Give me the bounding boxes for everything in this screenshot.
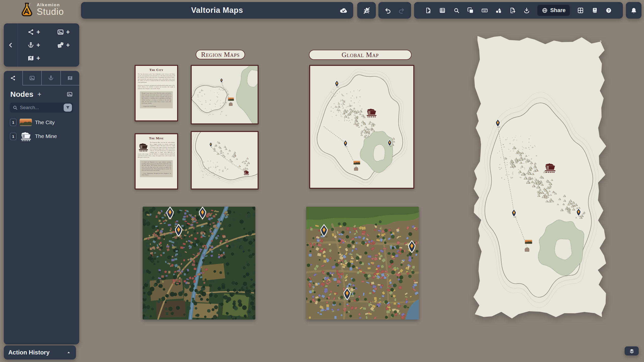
tab-share-nodes[interactable]	[4, 71, 22, 85]
map-icon	[67, 75, 73, 81]
notifications-button[interactable]	[626, 2, 641, 19]
shapes-button[interactable]	[495, 7, 502, 14]
node-count-badge: 1	[10, 132, 17, 140]
city-card-attribution: — Largreth the Good Knight	[142, 106, 171, 107]
region-map-mine[interactable]	[191, 131, 259, 190]
city-card-title: The City	[138, 68, 175, 72]
caret-up-icon	[66, 350, 71, 355]
share-label: Share	[550, 7, 566, 14]
help-icon	[605, 7, 612, 14]
city-card-paragraph: It was one of if not the most powerful a…	[138, 85, 175, 90]
duplicate-icon	[467, 7, 474, 14]
alkemion-flask-icon	[20, 2, 34, 18]
mine-card-attribution: — From "Wanderings Through the River Kin…	[142, 173, 171, 176]
app-logo[interactable]: Alkemion Studio	[20, 2, 64, 18]
plus-icon: +	[36, 29, 40, 35]
note-edit-icon	[425, 7, 432, 14]
share-nodes-icon	[10, 75, 16, 81]
palette-collapse-button[interactable]	[4, 23, 18, 67]
tab-maps[interactable]	[60, 71, 79, 85]
city-thumbnail	[20, 118, 32, 126]
map-pin[interactable]	[220, 78, 223, 83]
mine-card-title: The Mine	[138, 136, 175, 140]
node-list-item-city[interactable]: 1 The City	[4, 117, 79, 127]
download-button[interactable]	[523, 7, 530, 14]
nodes-title: Nodes	[10, 90, 33, 99]
global-map-card[interactable]	[309, 65, 414, 189]
plus-icon: +	[66, 42, 70, 48]
bell-icon	[630, 7, 637, 14]
book-button[interactable]	[591, 7, 598, 14]
chevron-left-icon	[7, 42, 14, 49]
add-share-node-button[interactable]: +	[27, 29, 40, 35]
cloud-saved-icon	[339, 6, 348, 15]
parchment-map[interactable]	[472, 35, 607, 319]
city-image-colorful-art	[306, 207, 419, 320]
brand-text: Alkemion Studio	[37, 3, 64, 17]
add-dice-node-button[interactable]: +	[57, 42, 70, 49]
city-card-quote-text: Though it may seem as if all The City ru…	[142, 93, 171, 104]
tab-anchors[interactable]	[41, 71, 60, 85]
image-icon	[57, 29, 64, 35]
coastline	[192, 85, 227, 113]
global-map-label[interactable]: Global Map	[309, 50, 412, 60]
map-pin[interactable]	[335, 80, 339, 88]
share-button[interactable]: Share	[537, 5, 570, 16]
sidebar-tabs	[4, 71, 79, 85]
file-export-button[interactable]	[509, 7, 516, 14]
filter-button[interactable]	[64, 104, 72, 112]
help-button[interactable]	[605, 7, 612, 14]
tab-images[interactable]	[22, 71, 42, 85]
region-map-city-art	[192, 66, 258, 123]
add-map-node-button[interactable]: +	[27, 55, 40, 62]
map-photo-thumb[interactable]	[228, 98, 234, 101]
city-text-card[interactable]: The City The City, also known as the Cit…	[135, 65, 178, 121]
duplicate-button[interactable]	[467, 7, 474, 14]
bug-off-button[interactable]	[357, 2, 376, 19]
add-image-node-button[interactable]: +	[57, 29, 70, 35]
global-map-art	[310, 66, 413, 188]
action-history-bar[interactable]: Action History	[4, 345, 76, 359]
mine-card-quote-text: "I visited the Deepvein on a grey autumn…	[142, 161, 171, 171]
file-export-icon	[509, 7, 516, 14]
document-title-bar[interactable]: Valtoria Maps	[81, 2, 353, 19]
region-map-city[interactable]	[191, 65, 259, 124]
toggle-thumbnails-button[interactable]	[67, 91, 73, 97]
map-photo-thumb[interactable]	[525, 240, 532, 244]
layers-button[interactable]	[625, 346, 639, 355]
table-icon	[439, 7, 446, 14]
redo-icon	[398, 7, 405, 14]
redo-button[interactable]	[398, 7, 405, 14]
mine-card-quote: "I visited the Deepvein on a grey autumn…	[140, 160, 173, 177]
bug-off-icon	[363, 7, 371, 14]
history-group	[378, 2, 411, 19]
grid-view-button[interactable]	[577, 7, 584, 14]
node-list-item-mine[interactable]: 1 The Mine	[4, 130, 79, 143]
global-map-label-text: Global Map	[342, 51, 379, 59]
toolbar: Share	[414, 2, 623, 19]
node-count-badge: 1	[10, 118, 17, 126]
plus-icon: +	[36, 55, 40, 61]
map-photo-thumb[interactable]	[353, 161, 360, 165]
city-image-colorful[interactable]	[306, 207, 419, 320]
app-canvas: ? Region Maps Global Map The City The Ci…	[0, 0, 644, 362]
mine-text-card[interactable]: The Mine The Deepvein Mine cuts into the…	[135, 133, 178, 190]
city-image-green[interactable]	[143, 207, 255, 320]
map-icon	[27, 55, 34, 62]
add-anchor-node-button[interactable]: +	[27, 42, 40, 49]
filter-icon	[65, 105, 70, 110]
region-maps-label[interactable]: Region Maps	[196, 50, 245, 59]
download-icon	[523, 7, 530, 14]
note-edit-button[interactable]	[425, 7, 432, 14]
book-icon	[591, 7, 598, 14]
add-node-button[interactable]: +	[37, 90, 42, 98]
table-button[interactable]	[439, 7, 446, 14]
undo-button[interactable]	[385, 7, 391, 14]
node-label: The City	[35, 119, 55, 125]
search-button[interactable]	[453, 7, 460, 14]
layers-icon	[629, 348, 635, 354]
search-row	[10, 103, 73, 113]
keyboard-icon	[481, 7, 488, 14]
region-map-mine-art	[192, 132, 258, 189]
keyboard-shortcuts-button[interactable]	[481, 7, 488, 14]
